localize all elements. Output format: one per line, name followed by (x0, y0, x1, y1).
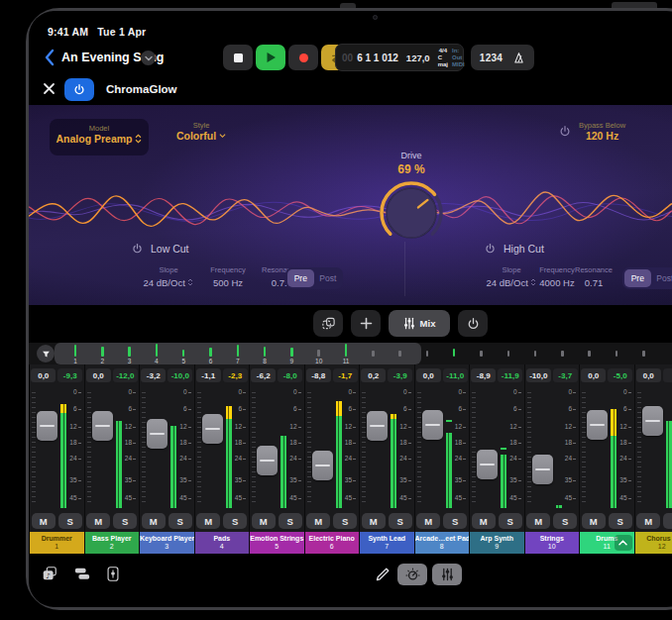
level-meter-value[interactable]: -8,0 (278, 368, 302, 382)
volume-value[interactable]: -3,2 (141, 368, 166, 382)
fader-handle[interactable] (312, 451, 333, 480)
drive-knob[interactable] (377, 178, 446, 248)
channel-name-bar[interactable]: Chorus V 12 (635, 532, 672, 554)
mix-view-button[interactable]: Mix (389, 310, 450, 337)
mute-button[interactable]: M (582, 513, 606, 529)
level-meter-value[interactable] (663, 368, 672, 382)
high-cut-resonance[interactable]: Resonance 0.71 (564, 265, 623, 288)
plugin-power-button[interactable] (64, 78, 94, 101)
level-meter-value[interactable]: -3,9 (388, 368, 412, 382)
level-control[interactable]: Level 0.0 (651, 121, 672, 142)
level-meter-value[interactable]: -11,0 (443, 368, 468, 382)
pre-button[interactable]: Pre (287, 269, 314, 287)
library-icon[interactable] (73, 566, 91, 581)
fader-handle[interactable] (422, 410, 443, 440)
stop-button[interactable] (223, 45, 253, 70)
volume-value[interactable]: 0,0 (86, 368, 111, 382)
mute-button[interactable]: M (32, 513, 56, 529)
fader-handle[interactable] (92, 411, 113, 441)
mute-button[interactable]: M (526, 513, 550, 529)
solo-button[interactable]: S (168, 513, 192, 529)
fader-handle[interactable] (477, 450, 498, 479)
loop-browser-icon[interactable]: ♪ (41, 566, 58, 582)
volume-value[interactable]: -1,1 (196, 368, 221, 382)
solo-button[interactable]: S (499, 513, 522, 529)
solo-button[interactable]: S (58, 513, 82, 529)
level-meter-value[interactable]: -9,3 (57, 368, 82, 382)
fader-panel-icon[interactable] (106, 566, 120, 582)
fader-handle[interactable] (367, 411, 388, 441)
channel-chevron-button[interactable] (615, 535, 632, 551)
level-meter-value[interactable]: -2,3 (223, 368, 248, 382)
filter-button[interactable] (37, 345, 55, 362)
channel-name-bar[interactable]: Strings 10 (525, 532, 580, 554)
count-in-button[interactable]: 1234 (480, 52, 503, 63)
mixer-power-button[interactable] (458, 310, 488, 337)
volume-value[interactable]: 0,0 (416, 368, 441, 382)
channel-name-bar[interactable]: Drummer 1 (30, 532, 84, 554)
channel-name-bar[interactable]: Keyboard Player 3 (140, 532, 194, 554)
mute-button[interactable]: M (362, 513, 386, 529)
volume-value[interactable]: 0,0 (31, 368, 56, 382)
bypass-below-control[interactable]: Bypass Below 120 Hz (559, 121, 658, 142)
volume-value[interactable]: -10,0 (526, 368, 551, 382)
power-icon[interactable] (132, 243, 143, 255)
fader-handle[interactable] (587, 410, 608, 440)
fader-handle[interactable] (202, 414, 223, 444)
sliders-view-button[interactable] (432, 564, 462, 585)
style-select[interactable]: Style Colorful (166, 121, 237, 142)
pencil-icon[interactable] (375, 567, 391, 582)
knob-view-button[interactable] (397, 564, 427, 585)
mute-button[interactable]: M (86, 513, 110, 529)
fader-handle[interactable] (642, 406, 663, 436)
fader-handle[interactable] (532, 455, 553, 484)
solo-button[interactable]: S (333, 513, 357, 529)
solo-button[interactable]: S (113, 513, 137, 529)
solo-button[interactable]: S (553, 513, 577, 529)
duplicate-button[interactable] (313, 310, 343, 337)
post-button[interactable]: Post (652, 269, 672, 287)
channel-name-bar[interactable]: Arp Synth 9 (470, 532, 524, 554)
level-meter-value[interactable]: -10,0 (168, 368, 192, 382)
power-icon[interactable] (485, 243, 496, 255)
channel-name-bar[interactable]: Electric Piano 6 (305, 532, 360, 554)
mute-button[interactable]: M (306, 513, 330, 529)
volume-value[interactable]: -8,9 (471, 368, 496, 382)
channel-name-bar[interactable]: Bass Player 2 (85, 532, 140, 554)
model-select[interactable]: Model Analog Preamp (50, 119, 149, 155)
close-plugin-button[interactable] (43, 82, 56, 96)
level-meter-value[interactable]: -12,0 (113, 368, 138, 382)
channel-name-bar[interactable]: Arcade…eet Pad 8 (415, 532, 470, 554)
volume-value[interactable]: 0,0 (581, 368, 606, 382)
play-button[interactable] (256, 45, 285, 70)
solo-button[interactable]: S (279, 513, 302, 529)
volume-value[interactable]: 0,0 (636, 368, 661, 382)
channel-name-bar[interactable]: Pads 4 (195, 532, 250, 554)
solo-button[interactable]: S (663, 513, 672, 529)
lcd-display[interactable]: 00 6 1 1 012 127,0 4/4 C maj In: Out MID… (335, 44, 464, 71)
volume-value[interactable]: 0,2 (361, 368, 386, 382)
level-meter-value[interactable]: -11,9 (498, 368, 522, 382)
mute-button[interactable]: M (196, 513, 220, 529)
level-meter-value[interactable]: -5,0 (608, 368, 632, 382)
back-button[interactable] (43, 49, 56, 66)
channel-name-bar[interactable]: Synth Lead 7 (360, 532, 414, 554)
metronome-icon[interactable] (512, 52, 525, 64)
channel-name-bar[interactable]: Emotion Strings 5 (250, 532, 304, 554)
fader-handle[interactable] (37, 411, 57, 441)
record-button[interactable] (288, 45, 318, 70)
volume-value[interactable]: -8,8 (306, 368, 331, 382)
solo-button[interactable]: S (389, 513, 412, 529)
mute-button[interactable]: M (472, 513, 496, 529)
add-track-button[interactable] (351, 310, 381, 337)
level-meter-value[interactable]: -1,7 (333, 368, 358, 382)
mute-button[interactable]: M (416, 513, 440, 529)
channel-name-bar[interactable]: Drums 11 (580, 532, 634, 554)
fader-handle[interactable] (257, 446, 278, 475)
mute-button[interactable]: M (252, 513, 276, 529)
post-button[interactable]: Post (315, 269, 342, 287)
mute-button[interactable]: M (142, 513, 166, 529)
song-menu-button[interactable] (141, 51, 156, 65)
solo-button[interactable]: S (443, 513, 467, 529)
pre-button[interactable]: Pre (624, 269, 651, 287)
